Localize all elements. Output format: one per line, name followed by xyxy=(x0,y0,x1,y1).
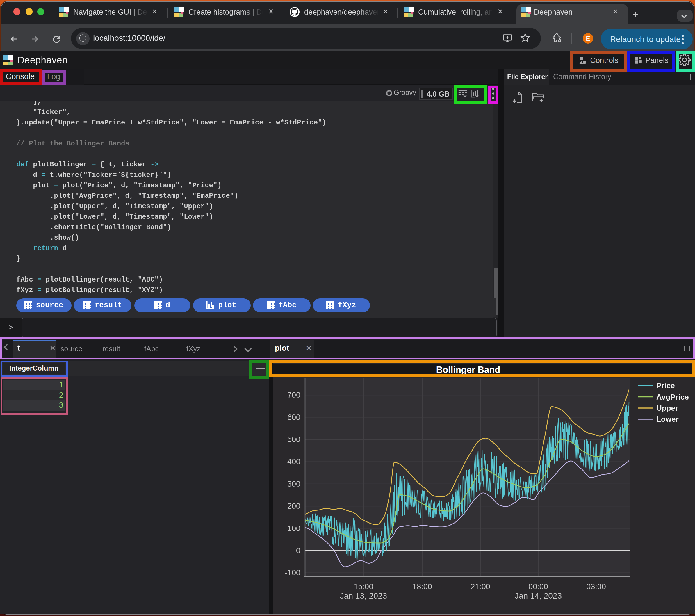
svg-text:500: 500 xyxy=(287,435,300,444)
svg-text:03:00: 03:00 xyxy=(586,582,606,591)
svg-text:Lower: Lower xyxy=(656,415,678,423)
svg-text:400: 400 xyxy=(287,457,300,466)
svg-text:Jan 14, 2023: Jan 14, 2023 xyxy=(514,591,561,600)
svg-text:-100: -100 xyxy=(284,568,300,577)
svg-text:600: 600 xyxy=(287,413,300,422)
svg-text:Upper: Upper xyxy=(656,404,678,412)
svg-text:AvgPrice: AvgPrice xyxy=(656,393,689,401)
svg-text:21:00: 21:00 xyxy=(470,582,490,591)
svg-text:100: 100 xyxy=(287,524,300,533)
svg-text:Jan 13, 2023: Jan 13, 2023 xyxy=(340,591,387,600)
svg-text:0: 0 xyxy=(296,546,300,555)
svg-text:Price: Price xyxy=(656,381,675,390)
svg-text:300: 300 xyxy=(287,480,300,488)
svg-text:700: 700 xyxy=(287,390,300,399)
svg-text:18:00: 18:00 xyxy=(412,582,432,591)
svg-text:00:00: 00:00 xyxy=(528,582,548,591)
svg-text:15:00: 15:00 xyxy=(353,582,373,591)
svg-text:200: 200 xyxy=(287,502,300,511)
